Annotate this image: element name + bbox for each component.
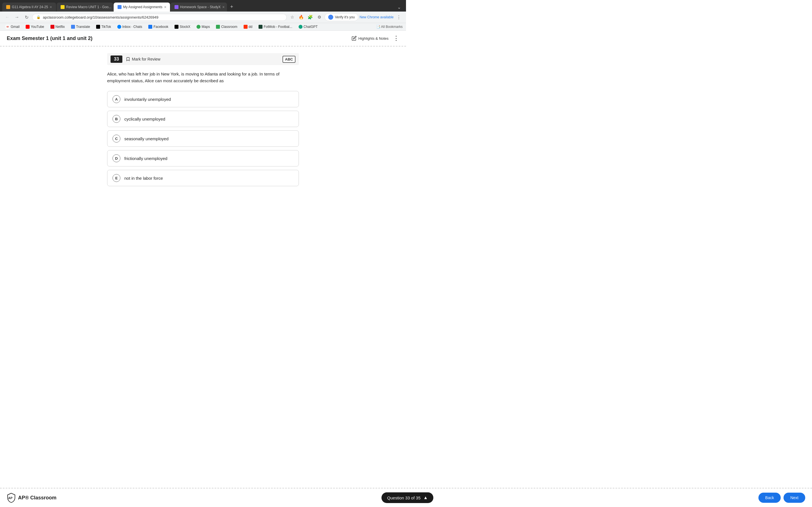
- tab-assigned[interactable]: My Assigned Assignments ×: [114, 3, 170, 11]
- bookmark-label-tiktok: TikTok: [101, 25, 111, 29]
- header-actions: Highlights & Notes ⋮: [352, 35, 399, 42]
- option-e[interactable]: E not in the labor force: [107, 170, 299, 186]
- option-text-b: cyclically unemployed: [124, 117, 165, 121]
- bookmark-tiktok[interactable]: TikTok: [94, 24, 113, 29]
- option-d[interactable]: D frictionally unemployed: [107, 150, 299, 166]
- option-b[interactable]: B cyclically unemployed: [107, 111, 299, 127]
- tab-homework[interactable]: Homework Space - StudyX ×: [170, 3, 227, 11]
- bookmark-classroom[interactable]: Classroom: [214, 24, 239, 29]
- bookmark-label-dd: dd: [249, 25, 252, 29]
- tab-favicon-assigned: [117, 5, 121, 9]
- all-bookmarks-label: All Bookmarks: [381, 25, 403, 29]
- tab-g11[interactable]: G11 Algebra II AY 24-25 ×: [2, 3, 56, 11]
- bookmark-favicon-translate: [71, 25, 75, 29]
- bookmark-youtube[interactable]: YouTube: [23, 24, 46, 29]
- option-text-c: seasonally unemployed: [124, 136, 168, 141]
- option-text-a: involuntarily unemployed: [124, 97, 171, 102]
- option-circle-e: E: [112, 174, 120, 182]
- bookmark-inbox[interactable]: Inbox · Chats: [115, 24, 145, 29]
- option-circle-a: A: [112, 95, 120, 103]
- bookmark-label-stockx: StockX: [180, 25, 190, 29]
- bookmark-facebook[interactable]: Facebook: [146, 24, 170, 29]
- bookmark-label-chatgpt: ChatGPT: [304, 25, 318, 29]
- option-circle-d: D: [112, 154, 120, 162]
- bookmark-label-classroom: Classroom: [221, 25, 237, 29]
- extension-icon[interactable]: 🧩: [306, 13, 314, 21]
- tab-review[interactable]: Review Macro UNIT 1 - Goo... ×: [57, 3, 113, 11]
- question-area: 33 Mark for Review ABC Alice, who has le…: [101, 47, 305, 220]
- abc-button[interactable]: ABC: [283, 56, 296, 63]
- bookmark-favicon-facebook: [148, 25, 152, 29]
- bookmark-dd[interactable]: dd: [241, 24, 255, 29]
- bookmark-favicon-inbox: [117, 25, 121, 29]
- more-options-button[interactable]: ⋮: [393, 35, 399, 42]
- verify-button[interactable]: Verify it's you: [324, 13, 358, 21]
- bookmark-favicon-chatgpt: [299, 25, 303, 29]
- address-bar[interactable]: 🔒 apclassroom.collegeboard.org/10/assess…: [32, 14, 287, 21]
- option-text-e: not in the labor force: [124, 176, 163, 180]
- bookmark-label-fotmob: FotMob - Footbal...: [264, 25, 292, 29]
- svg-text:AP: AP: [8, 496, 12, 500]
- tab-overflow-button[interactable]: ⌄: [395, 3, 404, 11]
- exam-title: Exam Semester 1 (unit 1 and unit 2): [7, 36, 93, 41]
- bookmark-chatgpt[interactable]: ChatGPT: [296, 24, 320, 29]
- question-number-box: 33: [110, 55, 122, 63]
- bookmark-favicon-gmail: M: [6, 25, 10, 29]
- bookmark-label-youtube: YouTube: [31, 25, 44, 29]
- all-bookmarks-button[interactable]: 📑 All Bookmarks: [376, 25, 403, 29]
- tab-close-homework[interactable]: ×: [222, 5, 225, 9]
- all-bookmarks-icon: 📑: [376, 25, 380, 29]
- option-c[interactable]: C seasonally unemployed: [107, 130, 299, 147]
- back-nav-button[interactable]: ←: [3, 13, 11, 21]
- bookmark-icon: [126, 57, 130, 61]
- bookmark-favicon-youtube: [26, 25, 30, 29]
- verify-icon: [328, 15, 333, 20]
- tab-label-assigned: My Assigned Assignments: [123, 5, 162, 9]
- tab-label-homework: Homework Space - StudyX: [180, 5, 221, 9]
- ap-shield-icon: AP: [7, 493, 16, 503]
- toolbar: ← → ↻ 🔒 apclassroom.collegeboard.org/10/…: [0, 11, 406, 23]
- tab-label-review: Review Macro UNIT 1 - Goo...: [66, 5, 112, 9]
- new-tab-button[interactable]: +: [227, 2, 236, 11]
- option-circle-b: B: [112, 115, 120, 123]
- new-chrome-button[interactable]: New Chrome available: [359, 15, 394, 19]
- page-content: Exam Semester 1 (unit 1 and unit 2) High…: [0, 31, 406, 504]
- tab-close-g11[interactable]: ×: [50, 5, 52, 9]
- tab-bar: G11 Algebra II AY 24-25 × Review Macro U…: [0, 0, 406, 11]
- bookmark-favicon-maps: [197, 25, 200, 29]
- star-icon[interactable]: ☆: [289, 13, 296, 21]
- forward-nav-button[interactable]: →: [13, 13, 21, 21]
- bookmark-stockx[interactable]: StockX: [172, 24, 193, 29]
- tab-close-assigned[interactable]: ×: [164, 5, 166, 9]
- bookmark-fotmob[interactable]: FotMob - Footbal...: [256, 24, 294, 29]
- flame-icon[interactable]: 🔥: [297, 13, 305, 21]
- mark-review-label: Mark for Review: [132, 57, 160, 61]
- question-text: Alice, who has left her job in New York,…: [107, 71, 299, 84]
- ap-classroom-label: AP® Classroom: [18, 495, 56, 501]
- extensions-button[interactable]: ⚙: [315, 13, 323, 21]
- tab-favicon-review: [61, 5, 64, 9]
- verify-label: Verify it's you: [335, 15, 355, 19]
- tab-favicon-homework: [174, 5, 179, 9]
- mark-for-review-button[interactable]: Mark for Review: [126, 57, 160, 61]
- question-header: 33 Mark for Review ABC: [107, 53, 299, 65]
- bookmark-gmail[interactable]: M Gmail: [3, 24, 22, 29]
- bookmark-favicon-classroom: [216, 25, 220, 29]
- ap-header: Exam Semester 1 (unit 1 and unit 2) High…: [0, 31, 406, 47]
- menu-icon[interactable]: ⋮: [395, 13, 403, 21]
- bookmark-favicon-tiktok: [96, 25, 100, 29]
- reload-button[interactable]: ↻: [22, 13, 31, 21]
- tab-label-g11: G11 Algebra II AY 24-25: [12, 5, 48, 9]
- bookmark-maps[interactable]: Maps: [194, 24, 212, 29]
- bookmark-netflix[interactable]: Netflix: [48, 24, 67, 29]
- lock-icon: 🔒: [36, 15, 41, 19]
- option-a[interactable]: A involuntarily unemployed: [107, 91, 299, 107]
- option-text-d: frictionally unemployed: [124, 156, 167, 161]
- bookmark-translate[interactable]: Translate: [69, 24, 93, 29]
- question-nav-button[interactable]: Question 33 of 35 ▲: [382, 492, 406, 503]
- url-text: apclassroom.collegeboard.org/10/assessme…: [43, 15, 283, 19]
- bookmark-favicon-netflix: [50, 25, 54, 29]
- bottom-bar: AP AP® Classroom Question 33 of 35 ▲ Bac…: [0, 488, 406, 504]
- highlights-notes-button[interactable]: Highlights & Notes: [352, 36, 389, 41]
- option-circle-c: C: [112, 135, 120, 143]
